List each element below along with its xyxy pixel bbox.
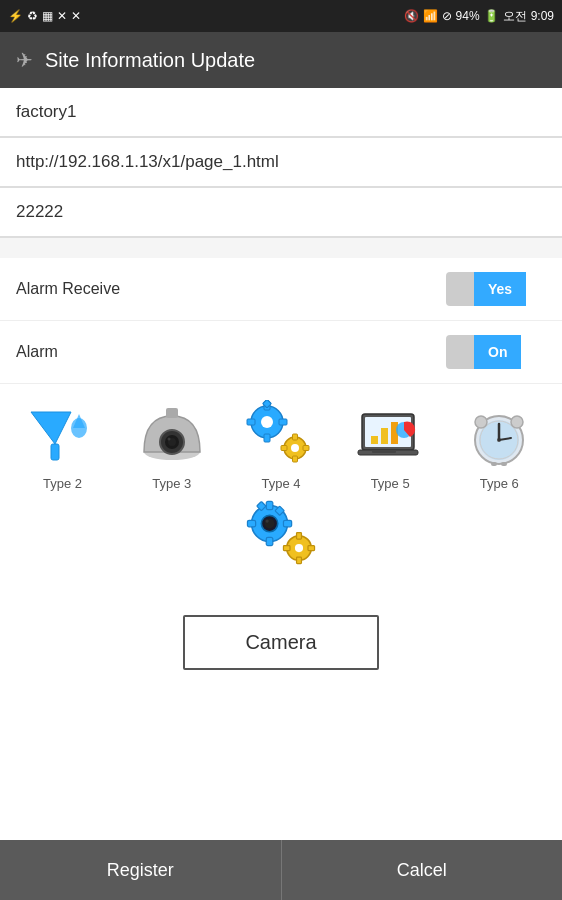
page-title: Site Information Update bbox=[45, 49, 255, 72]
svg-point-39 bbox=[511, 416, 523, 428]
icons-row-1: Type 2 bbox=[8, 400, 554, 491]
svg-rect-31 bbox=[372, 450, 396, 453]
type6-item[interactable]: Type 6 bbox=[454, 400, 544, 491]
svg-rect-21 bbox=[292, 456, 297, 462]
type5-item[interactable]: Type 5 bbox=[345, 400, 435, 491]
svg-point-38 bbox=[475, 416, 487, 428]
type4-icon-img bbox=[245, 400, 317, 472]
svg-point-19 bbox=[291, 444, 299, 452]
app-header: ✈ Site Information Update bbox=[0, 32, 562, 88]
camera-type-item[interactable] bbox=[236, 499, 326, 575]
type3-label: Type 3 bbox=[152, 476, 191, 491]
svg-rect-13 bbox=[264, 434, 270, 442]
type2-item[interactable]: Type 2 bbox=[18, 400, 108, 491]
svg-marker-0 bbox=[31, 412, 71, 444]
battery-icon: 🔋 bbox=[484, 9, 499, 23]
svg-rect-46 bbox=[266, 501, 273, 509]
type6-label: Type 6 bbox=[480, 476, 519, 491]
camera-type-icon-img bbox=[245, 499, 317, 571]
port-input[interactable] bbox=[0, 188, 562, 237]
icons-row-2 bbox=[8, 499, 554, 575]
type4-label: Type 4 bbox=[261, 476, 300, 491]
battery-level: 94% bbox=[456, 9, 480, 23]
spacer-1 bbox=[0, 238, 562, 258]
alarm-toggle[interactable]: On bbox=[446, 335, 546, 369]
type3-icon-img bbox=[136, 400, 208, 472]
url-input[interactable] bbox=[0, 138, 562, 187]
svg-rect-48 bbox=[247, 520, 255, 527]
alarm-label: Alarm bbox=[16, 343, 58, 361]
alarm-receive-row: Alarm Receive Yes bbox=[0, 258, 562, 321]
type6-icon-img bbox=[463, 400, 535, 472]
svg-point-11 bbox=[261, 416, 273, 428]
sd-icon: ▦ bbox=[42, 9, 53, 23]
type2-icon-img bbox=[27, 400, 99, 472]
alarm-receive-on[interactable]: Yes bbox=[474, 272, 526, 306]
bottom-bar: Register Calcel bbox=[0, 840, 562, 900]
signal1-icon: ✕ bbox=[57, 9, 67, 23]
alarm-row: Alarm On bbox=[0, 321, 562, 384]
svg-point-45 bbox=[265, 519, 268, 522]
svg-rect-20 bbox=[292, 434, 297, 440]
alarm-off[interactable] bbox=[446, 335, 474, 369]
svg-point-8 bbox=[167, 438, 170, 441]
camera-button[interactable]: Camera bbox=[183, 615, 378, 670]
camera-button-row: Camera bbox=[0, 599, 562, 686]
type4-item[interactable]: Type 4 bbox=[236, 400, 326, 491]
svg-rect-14 bbox=[247, 419, 255, 425]
ampm-label: 오전 bbox=[503, 8, 527, 25]
svg-rect-15 bbox=[279, 419, 287, 425]
type5-label: Type 5 bbox=[371, 476, 410, 491]
alarm-receive-label: Alarm Receive bbox=[16, 280, 120, 298]
status-bar-left: ⚡ ♻ ▦ ✕ ✕ bbox=[8, 9, 81, 23]
svg-rect-23 bbox=[303, 446, 309, 451]
usb-icon: ⚡ bbox=[8, 9, 23, 23]
svg-rect-47 bbox=[266, 537, 273, 545]
status-bar: ⚡ ♻ ▦ ✕ ✕ 🔇 📶 ⊘ 94% 🔋 오전 9:09 bbox=[0, 0, 562, 32]
svg-rect-22 bbox=[281, 446, 287, 451]
type2-label: Type 2 bbox=[43, 476, 82, 491]
svg-rect-27 bbox=[381, 428, 388, 444]
time-label: 9:09 bbox=[531, 9, 554, 23]
type5-icon-img bbox=[354, 400, 426, 472]
svg-rect-55 bbox=[297, 557, 302, 564]
alarm-receive-toggle[interactable]: Yes bbox=[446, 272, 546, 306]
svg-rect-41 bbox=[501, 462, 507, 466]
cancel-button[interactable]: Calcel bbox=[282, 840, 563, 900]
svg-rect-56 bbox=[283, 546, 290, 551]
svg-rect-54 bbox=[297, 533, 302, 540]
recycle-icon: ♻ bbox=[27, 9, 38, 23]
site-name-input[interactable] bbox=[0, 88, 562, 137]
svg-rect-40 bbox=[491, 462, 497, 466]
alarm-on[interactable]: On bbox=[474, 335, 521, 369]
svg-rect-57 bbox=[308, 546, 315, 551]
status-bar-right: 🔇 📶 ⊘ 94% 🔋 오전 9:09 bbox=[404, 8, 554, 25]
block-icon: ⊘ bbox=[442, 9, 452, 23]
alarm-receive-off[interactable] bbox=[446, 272, 474, 306]
icons-section: Type 2 bbox=[0, 384, 562, 599]
main-content: Alarm Receive Yes Alarm On bbox=[0, 88, 562, 840]
svg-rect-1 bbox=[51, 444, 59, 460]
mute-icon: 🔇 bbox=[404, 9, 419, 23]
signal2-icon: ✕ bbox=[71, 9, 81, 23]
svg-rect-49 bbox=[283, 520, 291, 527]
svg-point-53 bbox=[295, 544, 303, 552]
header-icon: ✈ bbox=[16, 48, 33, 72]
svg-rect-26 bbox=[371, 436, 378, 444]
register-button[interactable]: Register bbox=[0, 840, 282, 900]
type3-item[interactable]: Type 3 bbox=[127, 400, 217, 491]
wifi-icon: 📶 bbox=[423, 9, 438, 23]
svg-rect-9 bbox=[166, 408, 178, 418]
